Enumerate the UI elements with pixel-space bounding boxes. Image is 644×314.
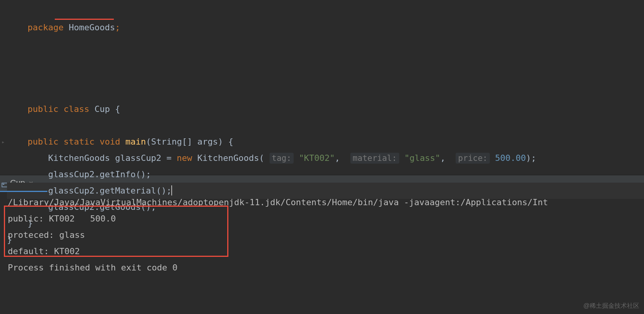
- statement: glassCup2.getInfo();: [7, 169, 151, 179]
- brace-open: {: [110, 104, 120, 114]
- method-main: main: [125, 137, 146, 147]
- console-command-line: /Library/Java/JavaVirtualMachines/adopto…: [8, 194, 644, 211]
- keyword-class: class: [64, 104, 89, 114]
- svg-rect-0: [2, 183, 7, 187]
- keyword-void: void: [99, 137, 120, 147]
- param-hint-tag: tag:: [270, 153, 294, 164]
- semicolon: ;: [115, 23, 120, 32]
- code-line[interactable]: KitchenGoods glassCup2 = new KitchenGood…: [7, 150, 644, 166]
- code-line[interactable]: package HomeGoods;: [7, 3, 644, 68]
- console-output-line: public: KT002 500.0: [8, 211, 644, 227]
- error-underline: [55, 19, 114, 20]
- keyword-package: package: [28, 23, 64, 32]
- svg-rect-1: [3, 184, 4, 185]
- string-literal: "glass": [404, 153, 440, 163]
- code-line[interactable]: ▸ public static void main(String[] args)…: [7, 134, 644, 150]
- keyword-static: static: [64, 137, 94, 147]
- main-params: (String[] args) {: [146, 137, 233, 147]
- string-literal: "KT002": [299, 153, 335, 163]
- declaration: KitchenGoods glassCup2 =: [48, 153, 177, 163]
- keyword-public: public: [28, 137, 58, 147]
- param-hint-material: material:: [350, 153, 399, 164]
- code-line[interactable]: glassCup2.getInfo();: [7, 166, 644, 183]
- run-gutter-icon[interactable]: ▸: [2, 134, 5, 150]
- console-exit-line: Process finished with exit code 0: [8, 260, 644, 276]
- keyword-public: public: [28, 104, 58, 114]
- class-name: Cup: [94, 104, 110, 114]
- code-line[interactable]: public class Cup {: [7, 85, 644, 134]
- watermark-text: @稀土掘金技术社区: [583, 302, 639, 310]
- keyword-new: new: [177, 153, 192, 163]
- console-output-line: default: KT002: [8, 243, 644, 260]
- code-line-blank[interactable]: [7, 68, 644, 85]
- number-literal: 500.00: [495, 153, 526, 163]
- param-hint-price: price:: [456, 153, 490, 164]
- package-name: HomeGoods: [69, 23, 115, 32]
- console-output[interactable]: /Library/Java/JavaVirtualMachines/adopto…: [0, 190, 644, 276]
- constructor-call: KitchenGoods(: [192, 153, 270, 163]
- console-output-line: proteced: glass: [8, 227, 644, 243]
- code-editor[interactable]: package HomeGoods; public class Cup { ▸ …: [0, 0, 644, 175]
